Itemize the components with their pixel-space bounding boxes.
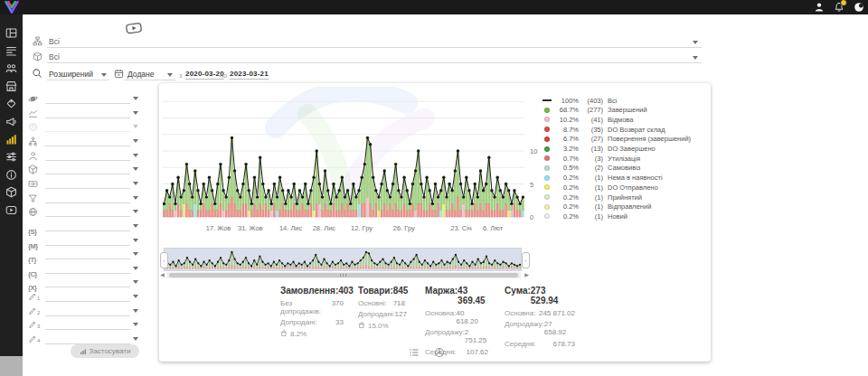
legend-item-10[interactable]: 0.2%(1)Прийнятий <box>542 193 642 202</box>
filter-row-source-caret-icon[interactable] <box>133 111 138 115</box>
legend-item-7[interactable]: 0.5%(2)Самовивіз <box>542 164 640 173</box>
legend-label: DO Возврат склад <box>608 126 665 134</box>
filter-row-payment-input[interactable] <box>45 188 130 189</box>
filter-row-package-input[interactable] <box>45 174 130 174</box>
filter-row-var-c-input[interactable] <box>45 273 130 274</box>
filter-row-manager-input[interactable] <box>45 160 130 161</box>
product-filter-input[interactable] <box>47 62 702 63</box>
filter-row-custom-2-input[interactable] <box>45 315 130 316</box>
legend-item-3[interactable]: 8.7%(35)DO Возврат склад <box>542 125 665 134</box>
category-tree-icon <box>33 36 42 46</box>
legend-count: (35) <box>579 126 603 134</box>
sidebar-item-analytics[interactable] <box>5 134 17 146</box>
category-filter-input[interactable] <box>47 47 702 48</box>
legend-count: (41) <box>579 116 603 124</box>
sidebar-item-shop[interactable] <box>5 80 17 92</box>
filter-row-custom-2-caret-icon[interactable] <box>133 309 138 313</box>
legend-item-5[interactable]: 3.2%(13)DO Завершено <box>542 145 656 154</box>
legend-dot-icon <box>542 117 552 122</box>
filter-row-payment-caret-icon[interactable] <box>133 182 138 185</box>
category-caret-icon[interactable] <box>693 41 698 44</box>
sidebar-item-info[interactable] <box>5 169 17 181</box>
sidebar-item-video[interactable] <box>5 204 17 216</box>
date-field-caret-icon[interactable] <box>167 73 173 77</box>
legend-item-4[interactable]: 6.7%(27)Повернення (завершений) <box>542 135 691 144</box>
filter-row-geo-input[interactable] <box>45 216 130 217</box>
filter-row-var-x-caret-icon[interactable] <box>133 280 138 284</box>
sidebar-item-dashboard[interactable] <box>5 27 17 39</box>
saved-view-icon[interactable] <box>124 21 144 35</box>
scroll-right-arrow[interactable]: ▶ <box>524 272 530 278</box>
scrollbar-track[interactable] <box>166 272 521 278</box>
sidebar-item-products[interactable] <box>5 186 17 198</box>
filter-row-var-c-caret-icon[interactable] <box>133 267 138 270</box>
search-mode-select[interactable]: Розширений <box>49 70 93 79</box>
filter-row-package-caret-icon[interactable] <box>133 167 138 171</box>
sidebar-item-automation[interactable] <box>5 151 17 163</box>
filter-row-var-x-input[interactable] <box>45 287 130 287</box>
filter-row-var-s-input[interactable] <box>45 230 130 231</box>
legend-item-1[interactable]: 68.7%(277)Завершений <box>542 106 647 115</box>
filter-row-help-input[interactable] <box>45 131 130 132</box>
product-filter-value[interactable]: Всі <box>49 52 60 61</box>
filter-row-geo-caret-icon[interactable] <box>133 210 138 213</box>
filter-row-var-s-caret-icon[interactable] <box>133 224 138 228</box>
legend-label: Відмова <box>608 116 633 124</box>
filter-row-status-caret-icon[interactable] <box>133 97 138 100</box>
notifications-bell-icon[interactable] <box>834 2 844 13</box>
filter-row-structure-caret-icon[interactable] <box>133 139 138 143</box>
sidebar-footer[interactable] <box>0 356 23 376</box>
filter-row-funnel-input[interactable] <box>45 202 130 203</box>
filter-row-custom-4-caret-icon[interactable] <box>133 337 138 341</box>
filter-row-custom-3-input[interactable] <box>45 329 130 330</box>
brush-handle-left[interactable]: ‹ <box>160 252 168 268</box>
filter-row-funnel-caret-icon[interactable] <box>133 196 138 200</box>
sidebar-item-tags[interactable] <box>5 98 17 109</box>
filter-row-var-t-input[interactable] <box>45 258 130 259</box>
legend-item-6[interactable]: 0.7%(3)Утилізація <box>542 154 640 163</box>
sidebar-item-orders[interactable] <box>5 45 17 57</box>
legend-item-8[interactable]: 0.2%(1)Нема в наявності <box>542 174 663 183</box>
product-caret-icon[interactable] <box>693 56 698 60</box>
legend-item-9[interactable]: 0.2%(1)DO Отправлено <box>542 183 658 192</box>
avatar[interactable] <box>854 2 864 13</box>
stat-value: 845 <box>393 286 409 296</box>
filter-row-structure-input[interactable] <box>45 146 130 146</box>
legend-item-12[interactable]: 0.2%(1)Новий <box>542 212 627 221</box>
search-icon[interactable] <box>32 68 42 79</box>
sidebar-item-customers[interactable] <box>5 62 17 74</box>
orders-chart[interactable] <box>163 89 524 221</box>
filter-row-status-input[interactable] <box>45 103 130 104</box>
apply-button[interactable]: Застосувати <box>71 344 139 358</box>
sidebar-item-broadcast[interactable] <box>5 116 17 127</box>
filter-row-var-m-input[interactable] <box>45 245 130 246</box>
user-menu-icon[interactable] <box>814 2 825 13</box>
filter-row-help-caret-icon[interactable] <box>133 125 138 128</box>
legend-item-0[interactable]: 100%(403)Всі <box>542 96 617 105</box>
product-cube-icon <box>33 52 42 61</box>
scrollbar-thumb[interactable] <box>169 273 518 277</box>
apply-chart-icon <box>80 348 87 355</box>
filter-row-source-input[interactable] <box>45 118 130 118</box>
legend-item-2[interactable]: 10.2%(41)Відмова <box>542 115 633 124</box>
filter-row-manager-caret-icon[interactable] <box>133 154 138 157</box>
filter-row-custom-3-caret-icon[interactable] <box>133 323 138 326</box>
legend-label: Новий <box>608 212 627 221</box>
date-field-select[interactable]: Додане <box>127 70 155 79</box>
date-to-input[interactable]: 2023-03-21 <box>230 70 269 80</box>
date-from-input[interactable]: 2020-03-20 <box>185 70 224 80</box>
legend-item-11[interactable]: 0.2%(1)Відправлений <box>542 202 651 212</box>
search-mode-caret-icon[interactable] <box>101 73 107 77</box>
pie-chart-toggle-icon[interactable] <box>434 347 445 358</box>
brush-handle-right[interactable]: › <box>522 252 530 268</box>
legend-toggle-icon[interactable] <box>409 347 420 358</box>
brush-chart[interactable] <box>164 248 522 271</box>
brand-logo-icon[interactable] <box>4 1 20 14</box>
filter-row-custom-1-caret-icon[interactable] <box>133 295 138 298</box>
category-filter-value[interactable]: Всі <box>49 37 60 46</box>
filter-row-var-t-caret-icon[interactable] <box>133 252 138 256</box>
apply-button-label: Застосувати <box>90 347 131 355</box>
scroll-left-arrow[interactable]: ◀ <box>159 272 165 278</box>
filter-row-var-m-caret-icon[interactable] <box>133 239 138 242</box>
filter-row-custom-1-input[interactable] <box>45 301 130 302</box>
